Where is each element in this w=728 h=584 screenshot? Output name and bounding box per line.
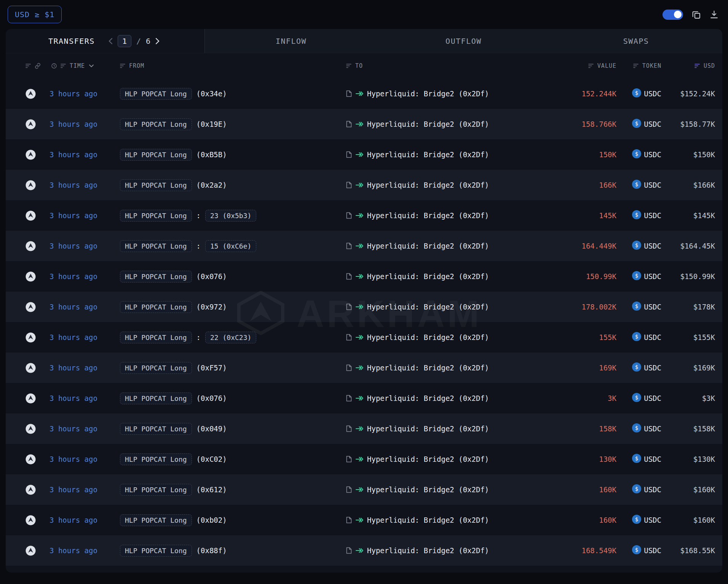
- entity-avatar-icon[interactable]: [26, 302, 36, 312]
- document-icon[interactable]: [346, 151, 352, 158]
- entity-avatar-icon[interactable]: [26, 271, 36, 282]
- value-amount[interactable]: 155K: [599, 333, 616, 341]
- from-entity-tag[interactable]: HLP POPCAT Long: [120, 362, 192, 374]
- from-entity-tag[interactable]: HLP POPCAT Long: [120, 484, 192, 496]
- from-address[interactable]: (0x076): [196, 272, 227, 281]
- tab-swaps[interactable]: SWAPS: [550, 29, 722, 53]
- from-entity-tag[interactable]: HLP POPCAT Long: [120, 179, 192, 191]
- token-symbol[interactable]: USDC: [644, 546, 661, 555]
- token-symbol[interactable]: USDC: [644, 333, 661, 341]
- from-address[interactable]: (0x2a2): [196, 181, 227, 189]
- time-link[interactable]: 3 hours ago: [49, 242, 97, 250]
- entity-avatar-icon[interactable]: [26, 424, 36, 434]
- filter-icon-active[interactable]: [694, 64, 700, 68]
- to-address-link[interactable]: Hyperliquid: Bridge2 (0x2Df): [367, 424, 489, 433]
- to-address-link[interactable]: Hyperliquid: Bridge2 (0x2Df): [367, 120, 489, 128]
- value-amount[interactable]: 166K: [599, 181, 616, 189]
- value-amount[interactable]: 160K: [599, 516, 616, 524]
- time-link[interactable]: 3 hours ago: [49, 455, 97, 463]
- document-icon[interactable]: [346, 303, 352, 310]
- entity-avatar-icon[interactable]: [26, 332, 36, 343]
- time-link[interactable]: 3 hours ago: [49, 364, 97, 372]
- tab-transfers[interactable]: TRANSFERS: [48, 37, 95, 46]
- entity-avatar-icon[interactable]: [26, 180, 36, 190]
- entity-avatar-icon[interactable]: [26, 119, 36, 129]
- tab-outflow[interactable]: OUTFLOW: [377, 29, 550, 53]
- from-address[interactable]: (0x19E): [196, 120, 227, 128]
- to-address-link[interactable]: Hyperliquid: Bridge2 (0x2Df): [367, 485, 489, 494]
- pagination-prev-icon[interactable]: [109, 38, 113, 45]
- from-entity-tag[interactable]: HLP POPCAT Long: [120, 118, 192, 130]
- token-symbol[interactable]: USDC: [644, 485, 661, 494]
- value-amount[interactable]: 145K: [599, 211, 616, 220]
- time-link[interactable]: 3 hours ago: [49, 181, 97, 189]
- filter-icon[interactable]: [346, 64, 352, 68]
- column-header-usd[interactable]: USD: [661, 62, 715, 69]
- filter-icon[interactable]: [120, 64, 126, 68]
- from-entity-tag[interactable]: HLP POPCAT Long: [120, 453, 192, 465]
- value-amount[interactable]: 168.549K: [581, 546, 616, 555]
- from-address[interactable]: (0xb02): [196, 516, 227, 524]
- token-symbol[interactable]: USDC: [644, 272, 661, 281]
- filter-icon[interactable]: [26, 64, 31, 68]
- token-symbol[interactable]: USDC: [644, 303, 661, 311]
- value-amount[interactable]: 158K: [599, 424, 616, 433]
- to-address-link[interactable]: Hyperliquid: Bridge2 (0x2Df): [367, 272, 489, 281]
- from-address[interactable]: (0xF57): [196, 364, 227, 372]
- from-entity-tag[interactable]: HLP POPCAT Long: [120, 332, 192, 343]
- column-header-time[interactable]: TIME: [49, 62, 120, 69]
- value-amount[interactable]: 3K: [608, 394, 616, 402]
- time-link[interactable]: 3 hours ago: [49, 120, 97, 128]
- from-address[interactable]: (0xB5B): [196, 150, 227, 159]
- token-symbol[interactable]: USDC: [644, 181, 661, 189]
- entity-avatar-icon[interactable]: [26, 485, 36, 495]
- from-address[interactable]: (0x049): [196, 424, 227, 433]
- entity-avatar-icon[interactable]: [26, 211, 36, 221]
- to-address-link[interactable]: Hyperliquid: Bridge2 (0x2Df): [367, 364, 489, 372]
- value-amount[interactable]: 150.99K: [586, 272, 616, 281]
- document-icon[interactable]: [346, 364, 352, 371]
- time-link[interactable]: 3 hours ago: [49, 89, 97, 98]
- value-amount[interactable]: 130K: [599, 455, 616, 463]
- time-link[interactable]: 3 hours ago: [49, 516, 97, 524]
- usd-display-toggle[interactable]: [663, 10, 683, 20]
- value-amount[interactable]: 160K: [599, 485, 616, 494]
- document-icon[interactable]: [346, 486, 352, 493]
- entity-avatar-icon[interactable]: [26, 393, 36, 404]
- time-link[interactable]: 3 hours ago: [49, 150, 97, 159]
- copy-icon[interactable]: [691, 10, 701, 19]
- value-amount[interactable]: 158.766K: [581, 120, 616, 128]
- from-entity-tag[interactable]: HLP POPCAT Long: [120, 301, 192, 313]
- from-address[interactable]: (0xC02): [196, 455, 227, 463]
- token-symbol[interactable]: USDC: [644, 120, 661, 128]
- to-address-link[interactable]: Hyperliquid: Bridge2 (0x2Df): [367, 211, 489, 220]
- usd-threshold-filter-chip[interactable]: USD ≥ $1: [8, 6, 62, 23]
- document-icon[interactable]: [346, 212, 352, 219]
- from-subaccount-tag[interactable]: 23 (0x5b3): [205, 210, 256, 222]
- document-icon[interactable]: [346, 182, 352, 188]
- to-address-link[interactable]: Hyperliquid: Bridge2 (0x2Df): [367, 242, 489, 250]
- token-symbol[interactable]: USDC: [644, 150, 661, 159]
- value-amount[interactable]: 178.002K: [581, 303, 616, 311]
- document-icon[interactable]: [346, 456, 352, 463]
- document-icon[interactable]: [346, 517, 352, 523]
- to-address-link[interactable]: Hyperliquid: Bridge2 (0x2Df): [367, 150, 489, 159]
- entity-avatar-icon[interactable]: [26, 241, 36, 251]
- to-address-link[interactable]: Hyperliquid: Bridge2 (0x2Df): [367, 455, 489, 463]
- to-address-link[interactable]: Hyperliquid: Bridge2 (0x2Df): [367, 303, 489, 311]
- token-symbol[interactable]: USDC: [644, 516, 661, 524]
- from-entity-tag[interactable]: HLP POPCAT Long: [120, 271, 192, 282]
- document-icon[interactable]: [346, 90, 352, 97]
- token-symbol[interactable]: USDC: [644, 242, 661, 250]
- to-address-link[interactable]: Hyperliquid: Bridge2 (0x2Df): [367, 516, 489, 524]
- from-entity-tag[interactable]: HLP POPCAT Long: [120, 423, 192, 435]
- column-header-value[interactable]: VALUE: [531, 62, 616, 69]
- to-address-link[interactable]: Hyperliquid: Bridge2 (0x2Df): [367, 394, 489, 402]
- value-amount[interactable]: 169K: [599, 364, 616, 372]
- time-link[interactable]: 3 hours ago: [49, 272, 97, 281]
- pagination-current-page[interactable]: 1: [118, 35, 131, 47]
- from-entity-tag[interactable]: HLP POPCAT Long: [120, 514, 192, 526]
- token-symbol[interactable]: USDC: [644, 364, 661, 372]
- from-subaccount-tag[interactable]: 22 (0xC23): [205, 332, 256, 343]
- to-address-link[interactable]: Hyperliquid: Bridge2 (0x2Df): [367, 333, 489, 341]
